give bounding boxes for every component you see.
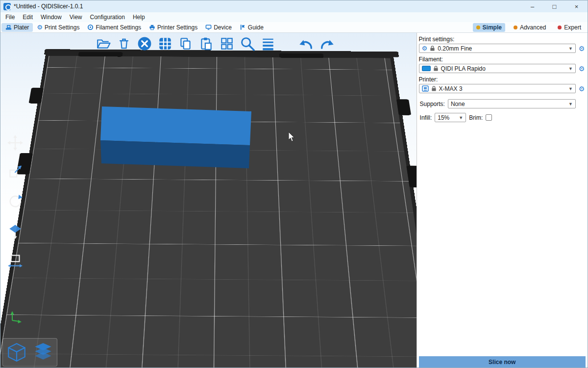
print-settings-gear-button[interactable]: ⚙ bbox=[578, 45, 586, 52]
main-area: Print settings: ⚙ 0.20mm Fine ▼ ⚙ Filame… bbox=[0, 33, 588, 368]
rotate-tool-button[interactable] bbox=[4, 191, 26, 212]
expert-mode-dot bbox=[558, 26, 562, 29]
tab-label: Filament Settings bbox=[96, 24, 141, 31]
copy-button[interactable] bbox=[177, 35, 195, 53]
supports-value: None bbox=[451, 101, 465, 107]
preset-gear-icon: ⚙ bbox=[422, 45, 428, 52]
tabbar: Plater ⚙ Print Settings Filament Setting… bbox=[0, 22, 588, 33]
menu-view[interactable]: View bbox=[66, 13, 86, 22]
printer-label: Printer: bbox=[419, 76, 586, 83]
measure-tool-button[interactable] bbox=[4, 250, 26, 271]
supports-row: Supports: None ▼ bbox=[420, 99, 576, 108]
printer-icon bbox=[422, 85, 429, 92]
delete-button[interactable] bbox=[115, 35, 133, 53]
close-button[interactable]: × bbox=[565, 0, 588, 12]
bed-wrapper bbox=[0, 33, 416, 368]
bed-clip bbox=[396, 99, 411, 115]
bed-clip bbox=[29, 88, 44, 104]
tab-label: Plater bbox=[14, 24, 29, 31]
maximize-button[interactable]: □ bbox=[543, 0, 565, 12]
advanced-mode-dot bbox=[514, 26, 517, 29]
filament-color-swatch bbox=[422, 66, 431, 71]
filament-value: QIDI PLA Rapido bbox=[441, 65, 486, 72]
mode-simple[interactable]: Simple bbox=[473, 23, 505, 32]
print-bed bbox=[0, 54, 416, 368]
redo-button[interactable] bbox=[318, 35, 336, 53]
paste-button[interactable] bbox=[197, 35, 215, 53]
bed-clip bbox=[406, 166, 416, 187]
tab-label: Printer Settings bbox=[157, 24, 197, 31]
window-title: *Untitled - QIDISlicer-1.0.1 bbox=[14, 3, 83, 10]
scale-tool-button[interactable] bbox=[4, 161, 26, 183]
chevron-down-icon: ▼ bbox=[568, 102, 573, 106]
printer-gear-button[interactable]: ⚙ bbox=[578, 85, 586, 92]
guide-icon bbox=[240, 24, 246, 30]
menu-edit[interactable]: Edit bbox=[19, 13, 37, 22]
infill-value: 15% bbox=[438, 114, 449, 121]
sidebar: Print settings: ⚙ 0.20mm Fine ▼ ⚙ Filame… bbox=[416, 33, 588, 368]
mode-label: Simple bbox=[483, 24, 502, 31]
menu-configuration[interactable]: Configuration bbox=[86, 13, 129, 22]
minimize-button[interactable]: – bbox=[521, 0, 543, 12]
print-settings-icon: ⚙ bbox=[37, 24, 43, 30]
mode-switcher: Simple Advanced Expert bbox=[473, 23, 585, 32]
mode-label: Advanced bbox=[520, 24, 546, 31]
brim-label: Brim: bbox=[469, 114, 483, 121]
infill-label: Infill: bbox=[420, 114, 432, 121]
printer-row: X-MAX 3 ▼ ⚙ bbox=[419, 84, 586, 93]
menu-help[interactable]: Help bbox=[129, 13, 149, 22]
infill-combo[interactable]: 15% ▼ bbox=[435, 113, 466, 122]
top-toolbar bbox=[95, 35, 336, 53]
search-button[interactable] bbox=[239, 35, 256, 53]
filament-settings-icon bbox=[87, 24, 94, 30]
print-settings-value: 0.20mm Fine bbox=[438, 45, 472, 52]
3d-editor-view-button[interactable] bbox=[4, 340, 29, 365]
window-controls: – □ × bbox=[521, 0, 588, 12]
tab-label: Print Settings bbox=[45, 24, 79, 31]
menu-file[interactable]: File bbox=[1, 13, 19, 22]
slice-now-button[interactable]: Slice now bbox=[419, 356, 586, 368]
tab-print-settings[interactable]: ⚙ Print Settings bbox=[33, 23, 83, 32]
titlebar: *Untitled - QIDISlicer-1.0.1 – □ × bbox=[0, 0, 588, 12]
move-tool-button[interactable] bbox=[4, 132, 26, 154]
viewport-3d[interactable] bbox=[0, 33, 416, 368]
tab-label: Device bbox=[214, 24, 232, 31]
delete-all-button[interactable] bbox=[136, 35, 153, 53]
open-button[interactable] bbox=[95, 35, 112, 53]
bed-clip bbox=[279, 53, 324, 58]
brim-checkbox[interactable] bbox=[486, 114, 492, 121]
place-on-face-tool-button[interactable] bbox=[4, 220, 26, 242]
filament-row: QIDI PLA Rapido ▼ ⚙ bbox=[419, 64, 586, 73]
supports-combo[interactable]: None ▼ bbox=[448, 99, 576, 108]
layers-preview-view-button[interactable] bbox=[31, 340, 55, 365]
filament-combo[interactable]: QIDI PLA Rapido ▼ bbox=[419, 64, 576, 73]
filament-gear-button[interactable]: ⚙ bbox=[578, 65, 586, 72]
print-settings-combo[interactable]: ⚙ 0.20mm Fine ▼ bbox=[419, 44, 576, 53]
tab-printer-settings[interactable]: Printer Settings bbox=[145, 23, 201, 32]
lock-icon bbox=[431, 85, 437, 92]
printer-combo[interactable]: X-MAX 3 ▼ bbox=[419, 84, 576, 93]
tab-filament-settings[interactable]: Filament Settings bbox=[83, 23, 145, 32]
device-icon bbox=[205, 24, 212, 30]
left-toolbar bbox=[4, 132, 26, 271]
simple-mode-dot bbox=[476, 26, 480, 29]
tab-label: Guide bbox=[248, 24, 264, 31]
split-objects-button[interactable] bbox=[218, 35, 236, 53]
infill-brim-row: Infill: 15% ▼ Brim: bbox=[420, 113, 576, 122]
sidebar-content: Print settings: ⚙ 0.20mm Fine ▼ ⚙ Filame… bbox=[417, 33, 588, 368]
variable-layer-height-button[interactable] bbox=[259, 35, 277, 53]
chevron-down-icon: ▼ bbox=[459, 115, 463, 120]
undo-button[interactable] bbox=[297, 35, 315, 53]
arrange-button[interactable] bbox=[156, 35, 174, 53]
chevron-down-icon: ▼ bbox=[568, 66, 573, 71]
mode-advanced[interactable]: Advanced bbox=[510, 23, 549, 32]
mode-expert[interactable]: Expert bbox=[554, 23, 585, 32]
print-settings-row: ⚙ 0.20mm Fine ▼ ⚙ bbox=[419, 44, 586, 53]
tab-guide[interactable]: Guide bbox=[236, 23, 268, 32]
menu-window[interactable]: Window bbox=[37, 13, 66, 22]
filament-label: Filament: bbox=[419, 56, 586, 63]
view-toolbar bbox=[2, 338, 57, 367]
tab-plater[interactable]: Plater bbox=[1, 23, 33, 32]
supports-label: Supports: bbox=[420, 101, 445, 107]
tab-device[interactable]: Device bbox=[201, 23, 236, 32]
